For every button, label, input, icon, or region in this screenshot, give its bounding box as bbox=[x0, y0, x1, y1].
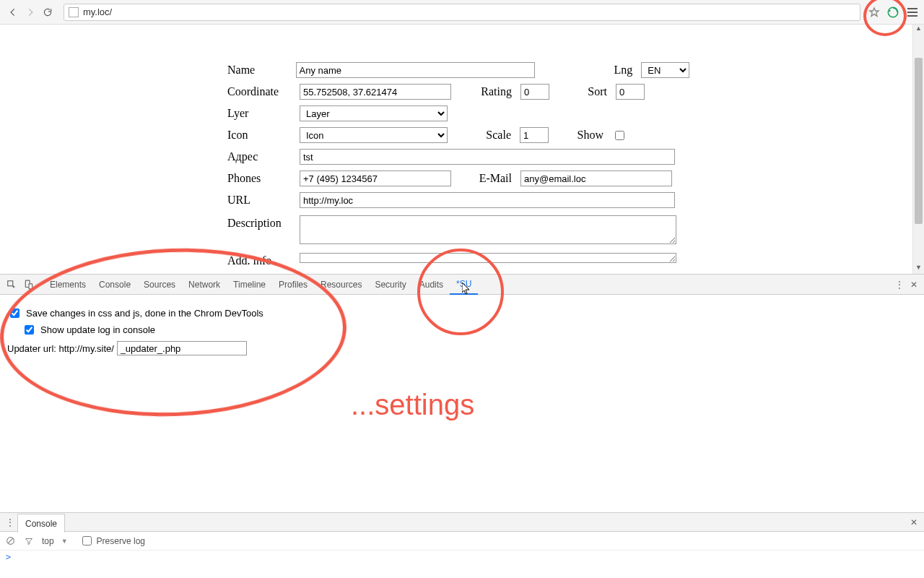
forward-button[interactable] bbox=[22, 4, 39, 21]
addinfo-textarea[interactable] bbox=[300, 253, 676, 263]
url-input[interactable] bbox=[300, 192, 675, 208]
tab-profiles[interactable]: Profiles bbox=[272, 275, 314, 295]
coord-input[interactable] bbox=[300, 84, 451, 100]
page-viewport: Name Lng EN Coordinate Rating Sort Lyer … bbox=[0, 25, 924, 274]
drawer-close-icon[interactable]: ✕ bbox=[907, 515, 921, 530]
tab-security[interactable]: Security bbox=[368, 275, 412, 295]
lng-select[interactable]: EN bbox=[641, 62, 689, 78]
tab-elements[interactable]: Elements bbox=[43, 275, 92, 295]
desc-textarea[interactable] bbox=[300, 215, 676, 244]
addr-input[interactable] bbox=[300, 149, 675, 165]
devtools: Elements Console Sources Network Timelin… bbox=[0, 274, 924, 578]
su-show-log-checkbox[interactable] bbox=[25, 325, 34, 335]
su-updater-url-label: Updater url: http://my.site/ bbox=[7, 343, 114, 354]
addr-label: Адрес bbox=[227, 150, 300, 163]
preserve-log-checkbox[interactable] bbox=[82, 536, 92, 545]
tab-sources[interactable]: Sources bbox=[137, 275, 182, 295]
page-icon bbox=[69, 7, 79, 17]
icon-label: Icon bbox=[227, 129, 300, 142]
su-panel: Save changes in css and js, done in the … bbox=[0, 295, 924, 512]
browser-toolbar: my.loc/ bbox=[0, 0, 924, 25]
context-dropdown-icon[interactable]: ▼ bbox=[61, 538, 68, 545]
phones-input[interactable] bbox=[300, 171, 451, 186]
tab-audits[interactable]: Audits bbox=[413, 275, 450, 295]
clear-console-icon[interactable] bbox=[4, 535, 16, 547]
icon-select[interactable]: Icon bbox=[300, 127, 448, 143]
page-scrollbar[interactable]: ▲ ▼ bbox=[912, 25, 924, 274]
coord-label: Coordinate bbox=[227, 85, 300, 98]
scale-input[interactable] bbox=[520, 127, 549, 143]
preserve-log-text: Preserve log bbox=[97, 536, 145, 546]
email-input[interactable] bbox=[520, 171, 672, 186]
su-save-changes-text: Save changes in css and js, done in the … bbox=[26, 308, 263, 319]
su-save-changes-checkbox-label[interactable]: Save changes in css and js, done in the … bbox=[7, 306, 263, 320]
url-label: URL bbox=[227, 194, 300, 207]
rating-label: Rating bbox=[451, 85, 520, 98]
drawer-tabbar: ⋮ Console ✕ bbox=[0, 513, 924, 532]
form: Name Lng EN Coordinate Rating Sort Lyer … bbox=[227, 59, 689, 267]
extension-su-icon[interactable] bbox=[886, 5, 900, 20]
su-save-changes-checkbox[interactable] bbox=[10, 309, 19, 318]
reload-button[interactable] bbox=[39, 4, 56, 21]
bookmark-icon[interactable] bbox=[867, 5, 881, 20]
tab-console[interactable]: Console bbox=[92, 275, 137, 295]
show-label: Show bbox=[549, 129, 612, 142]
layer-select[interactable]: Layer bbox=[300, 105, 448, 121]
back-button[interactable] bbox=[4, 4, 22, 21]
addinfo-label: Add. info bbox=[227, 253, 300, 267]
toggle-device-icon[interactable] bbox=[20, 276, 38, 293]
console-toolbar: top ▼ Preserve log bbox=[0, 532, 924, 551]
browser-menu-button[interactable] bbox=[905, 5, 920, 20]
layer-label: Lyer bbox=[227, 107, 300, 120]
drawer-tab-console[interactable]: Console bbox=[17, 514, 65, 532]
svg-rect-3 bbox=[29, 283, 32, 288]
name-input[interactable] bbox=[296, 62, 535, 78]
scroll-up-arrow[interactable]: ▲ bbox=[913, 25, 924, 35]
drawer-more-icon[interactable]: ⋮ bbox=[3, 515, 17, 530]
phones-label: Phones bbox=[227, 172, 300, 185]
tab-su[interactable]: *SU bbox=[450, 275, 478, 295]
sort-input[interactable] bbox=[616, 84, 645, 100]
tab-timeline[interactable]: Timeline bbox=[227, 275, 272, 295]
su-show-log-checkbox-label[interactable]: Show update log in console bbox=[22, 323, 155, 337]
console-body[interactable]: > bbox=[0, 551, 924, 578]
scale-label: Scale bbox=[448, 129, 520, 142]
devtools-more-icon[interactable]: ⋮ bbox=[892, 280, 907, 290]
name-label: Name bbox=[227, 64, 296, 77]
preserve-log-label[interactable]: Preserve log bbox=[79, 534, 145, 548]
console-prompt-icon: > bbox=[6, 552, 11, 562]
devtools-drawer: ⋮ Console ✕ top ▼ Preserve log > bbox=[0, 512, 924, 578]
scroll-down-arrow[interactable]: ▼ bbox=[913, 264, 924, 274]
filter-icon[interactable] bbox=[23, 535, 35, 547]
show-checkbox[interactable] bbox=[615, 131, 624, 140]
devtools-tabbar: Elements Console Sources Network Timelin… bbox=[0, 275, 924, 295]
su-updater-url-input[interactable] bbox=[117, 341, 247, 355]
tab-network[interactable]: Network bbox=[182, 275, 227, 295]
su-show-log-text: Show update log in console bbox=[40, 324, 155, 335]
desc-label: Description bbox=[227, 215, 300, 230]
lng-label: Lng bbox=[578, 64, 641, 77]
address-bar-url: my.loc/ bbox=[83, 7, 112, 17]
address-bar[interactable]: my.loc/ bbox=[64, 4, 860, 21]
console-context[interactable]: top bbox=[42, 536, 54, 546]
scroll-thumb[interactable] bbox=[915, 58, 923, 224]
sort-label: Sort bbox=[549, 85, 616, 98]
tab-resources[interactable]: Resources bbox=[314, 275, 368, 295]
email-label: E-Mail bbox=[451, 172, 520, 185]
devtools-close-icon[interactable]: ✕ bbox=[907, 280, 921, 290]
inspect-element-icon[interactable] bbox=[3, 276, 20, 293]
rating-input[interactable] bbox=[520, 84, 549, 100]
